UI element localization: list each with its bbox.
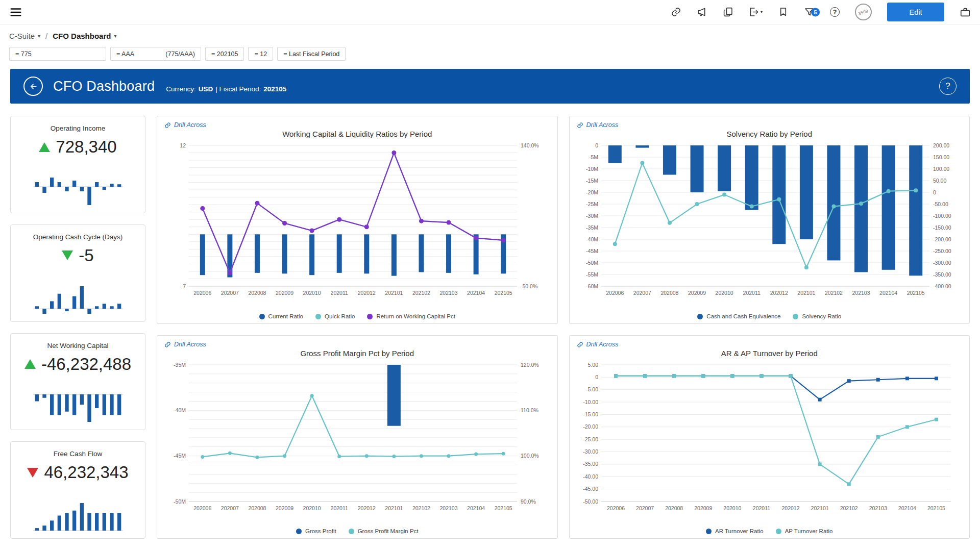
header-meta: Currency: USD | Fiscal Period: 202105 (166, 85, 286, 93)
svg-text:-35M: -35M (174, 362, 186, 368)
svg-text:0: 0 (595, 374, 598, 380)
breadcrumb-root[interactable]: C-Suite ▾ (9, 32, 40, 40)
page-title: CFO Dashboard (53, 79, 155, 94)
drill-across-link[interactable]: Drill Across (577, 341, 619, 348)
dashboard-header: CFO Dashboard Currency: USD | Fiscal Per… (10, 69, 970, 104)
filter-chip[interactable]: = Last Fiscal Period (277, 47, 346, 61)
legend-dot (793, 314, 798, 319)
svg-text:-5M: -5M (589, 154, 598, 160)
svg-text:202104: 202104 (879, 290, 897, 296)
app-root: ▾ 5 ? 3509 Edit C-Suite ▾ (0, 0, 980, 539)
svg-text:200.00: 200.00 (933, 142, 949, 148)
help-icon[interactable]: ? (830, 5, 840, 20)
kpi-card-net-working-capital[interactable]: Net Working Capital -46,232,488 (10, 333, 145, 431)
back-button[interactable] (23, 77, 43, 96)
link-icon[interactable] (671, 5, 681, 20)
reset-stamp-icon[interactable]: 3509 (855, 4, 872, 20)
breadcrumb-current[interactable]: CFO Dashboard ▾ (53, 32, 116, 40)
kpi-card-free-cash-flow[interactable]: Free Cash Flow 46,232,343 (10, 441, 145, 539)
breadcrumb-current-label: CFO Dashboard (53, 32, 111, 40)
bookmark-icon[interactable] (778, 5, 789, 20)
filter-funnel-icon[interactable]: 5 (804, 5, 815, 20)
briefcase-icon[interactable] (960, 5, 971, 20)
svg-text:150.00: 150.00 (933, 154, 949, 160)
kpi-value: 728,340 (39, 137, 116, 157)
svg-text:-15M: -15M (586, 178, 598, 184)
svg-text:202104: 202104 (467, 505, 485, 511)
chart-title: Solvency Ratio by Period (577, 130, 963, 138)
kpi-card-operating-income[interactable]: Operating Income 728,340 (10, 116, 145, 213)
kpi-sparkline (33, 285, 123, 315)
chart-title: Working Capital & Liquidity Ratios by Pe… (164, 130, 550, 138)
svg-text:202011: 202011 (752, 505, 770, 511)
kpi-title: Operating Income (51, 124, 105, 132)
svg-text:100.0%: 100.0% (521, 453, 539, 459)
svg-text:202101: 202101 (385, 290, 403, 296)
svg-text:202103: 202103 (852, 290, 870, 296)
trend-up-icon (24, 359, 36, 369)
svg-text:202103: 202103 (440, 290, 458, 296)
svg-text:202105: 202105 (927, 505, 945, 511)
svg-text:202007: 202007 (633, 290, 651, 296)
legend-dot (349, 529, 354, 534)
link-icon (164, 341, 171, 348)
drill-across-link[interactable]: Drill Across (577, 121, 619, 129)
legend-dot (776, 529, 781, 534)
legend-item[interactable]: Quick Ratio (315, 313, 355, 319)
export-icon[interactable]: ▾ (749, 5, 763, 20)
drill-across-link[interactable]: Drill Across (164, 341, 206, 348)
svg-text:202006: 202006 (607, 505, 625, 511)
megaphone-icon[interactable] (697, 5, 707, 20)
chart-canvas[interactable]: 5.000-5.00-10.00-15.00-20.00-25.00-30.00… (577, 360, 961, 515)
kpi-card-operating-cash-cycle[interactable]: Operating Cash Cycle (Days) -5 (10, 224, 145, 322)
chart-canvas[interactable]: -35M-40M-45M-50M120.0%110.0%100.0%90.0%2… (164, 360, 549, 515)
legend-item[interactable]: Solvency Ratio (793, 313, 841, 319)
kpi-value: 46,232,343 (27, 463, 128, 482)
legend-dot (296, 529, 302, 534)
filter-chip[interactable]: = 12 (248, 47, 273, 61)
drill-across-link[interactable]: Drill Across (164, 121, 206, 129)
legend-dot (259, 314, 265, 319)
chart-legend: Current RatioQuick RatioReturn on Workin… (164, 311, 550, 319)
svg-text:-50M: -50M (586, 260, 598, 266)
legend-item[interactable]: AP Turnover Ratio (776, 528, 833, 534)
dashboard-help-icon[interactable]: ? (939, 78, 957, 95)
svg-text:-35M: -35M (586, 224, 598, 231)
copy-pages-icon[interactable] (723, 5, 733, 20)
kpi-sparkline (33, 393, 123, 423)
svg-text:-150.00: -150.00 (933, 224, 951, 231)
filter-chip[interactable]: = 775 (9, 47, 106, 61)
legend-dot (315, 314, 321, 319)
legend-dot (697, 314, 703, 319)
chart-canvas[interactable]: 12-7140.0%-50.0%202006202007202008202009… (164, 140, 549, 299)
trend-up-icon (39, 142, 50, 152)
svg-text:-40M: -40M (174, 407, 186, 413)
svg-text:202009: 202009 (276, 290, 293, 296)
svg-text:-400.00: -400.00 (933, 283, 951, 289)
trend-down-icon (27, 468, 38, 478)
panel-ar-ap-turnover: Drill Across AR & AP Turnover by Period … (569, 335, 970, 539)
filter-chip[interactable]: = 202105 (205, 47, 244, 61)
svg-text:-20M: -20M (586, 189, 598, 195)
svg-text:202010: 202010 (715, 290, 733, 296)
legend-item[interactable]: Gross Profit (296, 528, 336, 534)
legend-item[interactable]: Current Ratio (259, 313, 303, 319)
menu-icon[interactable] (9, 5, 22, 20)
svg-text:-5.00: -5.00 (586, 386, 598, 392)
edit-button[interactable]: Edit (887, 3, 944, 21)
legend-item[interactable]: Gross Profit Margin Pct (349, 528, 419, 534)
filter-chip-row: = 775 = AAA(775/AAA) = 202105 = 12 = Las… (0, 40, 980, 61)
chart-title: AR & AP Turnover by Period (577, 349, 963, 358)
chart-canvas[interactable]: 0-5M-10M-15M-20M-25M-30M-35M-40M-45M-50M… (577, 140, 961, 299)
fiscal-period-value: 202105 (263, 85, 286, 93)
legend-item[interactable]: AR Turnover Ratio (706, 528, 764, 534)
legend-item[interactable]: Return on Working Capital Pct (367, 313, 455, 319)
svg-text:202101: 202101 (797, 290, 815, 296)
kpi-column: Operating Income 728,340 Operating Cash … (10, 116, 145, 539)
breadcrumb: C-Suite ▾ / CFO Dashboard ▾ (0, 24, 980, 40)
legend-item[interactable]: Cash and Cash Equivalence (697, 313, 780, 319)
svg-text:202102: 202102 (412, 505, 430, 511)
svg-text:50.00: 50.00 (933, 178, 946, 184)
filter-chip[interactable]: = AAA(775/AAA) (110, 47, 201, 61)
svg-text:202008: 202008 (660, 290, 678, 296)
